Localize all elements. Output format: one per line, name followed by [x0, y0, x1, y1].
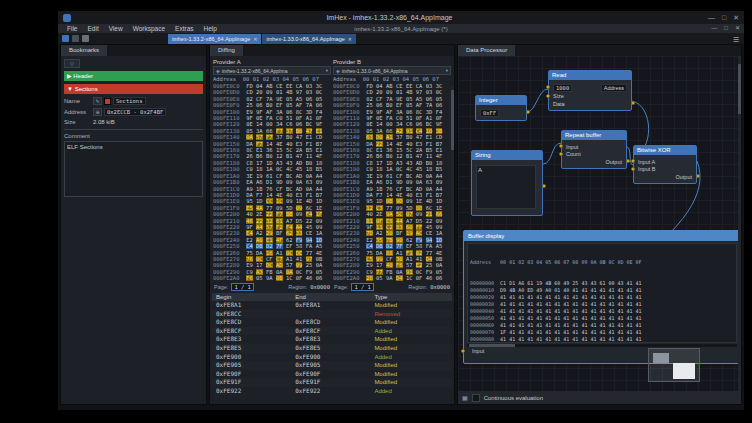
hex-byte[interactable]: 51 [406, 115, 413, 121]
table-row[interactable]: 0xFE91F0xFE91FModified [212, 378, 452, 387]
provider-b-select[interactable]: ◈ imhex-1.33.0-x86_64.AppIma ▾ [333, 66, 451, 75]
hex-byte[interactable]: 0C [396, 166, 403, 172]
hex-byte[interactable]: 3E [366, 173, 373, 179]
hex-byte[interactable]: 77 [266, 205, 273, 211]
hex-byte[interactable]: 4F [316, 153, 323, 159]
hex-byte[interactable]: A1 [406, 256, 413, 262]
hex-byte[interactable]: 17 [376, 262, 383, 268]
hex-byte[interactable]: DA [246, 192, 253, 198]
bookmark-header-row[interactable]: ▶ Header [64, 71, 203, 81]
hex-byte[interactable]: 0A [396, 269, 403, 275]
hex-byte[interactable]: CC [266, 198, 273, 204]
node-bitwise-xor[interactable]: Bitwise XOR Input A Input B Output [633, 145, 697, 184]
hex-byte[interactable]: 88 [386, 250, 393, 256]
hex-byte[interactable]: C0 [246, 166, 253, 172]
hex-byte[interactable]: B7 [436, 192, 443, 198]
hex-byte[interactable]: 03 [306, 83, 313, 89]
hex-byte[interactable]: 0C [286, 250, 293, 256]
hex-byte[interactable]: 18 [436, 160, 443, 166]
bookmark-sections-row[interactable]: ▼ Sections [64, 84, 203, 94]
hex-byte[interactable]: 09 [286, 179, 293, 185]
hex-byte[interactable]: A4 [256, 224, 263, 230]
hex-byte[interactable]: 97 [416, 89, 423, 95]
menu-item-file[interactable]: File [62, 24, 82, 33]
hex-byte[interactable]: 20 [256, 89, 263, 95]
hex-byte[interactable]: E2 [246, 237, 253, 243]
hex-byte[interactable]: 90 [396, 237, 403, 243]
hex-byte[interactable]: 00 [386, 121, 393, 127]
hex-byte[interactable]: A0 [256, 237, 263, 243]
hex-byte[interactable]: F7 [256, 192, 263, 198]
hex-byte[interactable]: D4 [426, 256, 433, 262]
hex-byte[interactable]: F1 [306, 141, 313, 147]
hex-byte[interactable]: 11 [376, 224, 383, 230]
hex-byte[interactable]: C4 [366, 243, 373, 249]
hex-byte[interactable]: 37 [276, 134, 283, 140]
hex-byte[interactable]: 16 [266, 250, 273, 256]
hex-byte[interactable]: 05 [366, 128, 373, 134]
page-input[interactable]: 1 / 1 [351, 283, 374, 291]
hex-byte[interactable]: 14 [386, 141, 393, 147]
hex-byte[interactable]: AD [416, 160, 423, 166]
hex-byte[interactable]: 15 [276, 147, 283, 153]
minimize-icon[interactable]: — [711, 24, 717, 33]
input-pin[interactable] [631, 167, 635, 171]
hex-byte[interactable]: 0C [276, 166, 283, 172]
hex-byte[interactable]: A3 [256, 269, 263, 275]
hex-byte[interactable]: 09 [396, 205, 403, 211]
node-editor-canvas[interactable]: Integer 0xFF Read 1000 Address [458, 56, 738, 391]
hex-byte[interactable]: AD [296, 173, 303, 179]
hex-byte[interactable]: F9 [296, 237, 303, 243]
hex-byte[interactable]: 05 [406, 102, 413, 108]
hex-byte[interactable]: 9D [276, 179, 283, 185]
table-row[interactable]: 0xFE9220xFE922Added [212, 387, 452, 396]
hex-byte[interactable]: 05 [316, 269, 323, 275]
hex-byte[interactable]: A1 [386, 134, 393, 140]
hex-byte[interactable]: D4 [396, 275, 403, 281]
hex-byte[interactable]: 46 [426, 275, 433, 281]
rename-button[interactable]: ✎ [93, 97, 102, 105]
hex-byte[interactable]: 3B [436, 128, 443, 134]
hex-byte[interactable]: 44 [396, 218, 403, 224]
hex-byte[interactable]: AF [386, 109, 393, 115]
hex-byte[interactable]: 63 [366, 134, 373, 140]
hex-byte[interactable]: 05 [286, 96, 293, 102]
tab-bookmarks[interactable]: Bookmarks [61, 45, 107, 56]
hex-byte[interactable]: 09 [436, 224, 443, 230]
hex-byte[interactable]: 18 [376, 166, 383, 172]
hex-byte[interactable]: E2 [366, 237, 373, 243]
hex-byte[interactable]: E9 [366, 262, 373, 268]
hex-byte[interactable]: 01 [396, 89, 403, 95]
hex-byte[interactable]: 47 [416, 134, 423, 140]
hex-byte[interactable]: 05 [246, 128, 253, 134]
hex-byte[interactable]: 9A [266, 275, 273, 281]
column-header-begin[interactable]: Begin [212, 293, 291, 301]
menu-item-workspace[interactable]: Workspace [128, 24, 170, 33]
hex-byte[interactable]: 66 [436, 211, 443, 217]
hex-byte[interactable]: E1 [436, 147, 443, 153]
hex-byte[interactable]: B0 [386, 102, 393, 108]
hex-byte[interactable]: 06 [286, 109, 293, 115]
hex-byte[interactable]: E1 [256, 147, 263, 153]
hex-byte[interactable]: 05 [406, 96, 413, 102]
menu-item-extras[interactable]: Extras [170, 24, 198, 33]
hex-byte[interactable]: 1E [416, 198, 423, 204]
hex-byte[interactable]: FB [386, 269, 393, 275]
hex-byte[interactable]: 06 [296, 121, 303, 127]
hex-byte[interactable]: 40 [286, 141, 293, 147]
hex-byte[interactable]: 2E [256, 211, 263, 217]
hex-byte[interactable]: 51 [286, 115, 293, 121]
hex-byte[interactable]: BC [406, 186, 413, 192]
hex-byte[interactable]: B6 [256, 153, 263, 159]
hex-byte[interactable]: 3D [426, 109, 433, 115]
hex-byte[interactable]: A5 [296, 96, 303, 102]
hex-byte[interactable]: 34 [276, 121, 283, 127]
hex-byte[interactable]: F6 [246, 275, 253, 281]
hex-byte[interactable]: 26 [366, 153, 373, 159]
hex-byte[interactable]: DA [376, 250, 383, 256]
hex-byte[interactable]: E9 [246, 109, 253, 115]
hex-byte[interactable]: CE [306, 230, 313, 236]
hex-byte[interactable]: 40 [366, 211, 373, 217]
hex-byte[interactable]: A4 [436, 173, 443, 179]
hex-byte[interactable]: 9E [276, 96, 283, 102]
